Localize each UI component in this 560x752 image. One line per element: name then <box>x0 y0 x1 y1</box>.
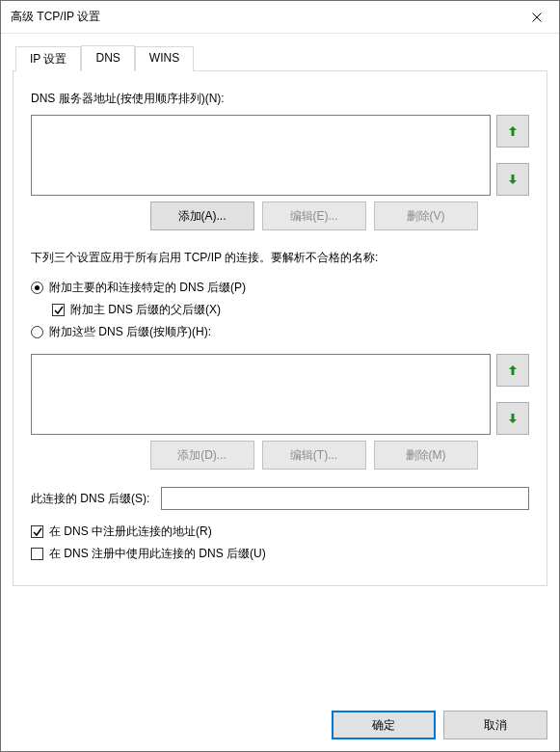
window-title: 高级 TCP/IP 设置 <box>11 9 100 25</box>
arrow-down-icon <box>508 174 518 185</box>
radio-append-these[interactable] <box>31 326 43 338</box>
tab-panel-dns: DNS 服务器地址(按使用顺序排列)(N): <box>13 70 547 586</box>
check-register-label: 在 DNS 中注册此连接的地址(R) <box>49 524 212 540</box>
titlebar: 高级 TCP/IP 设置 <box>1 1 559 34</box>
close-button[interactable] <box>515 1 559 33</box>
arrow-down-icon <box>508 413 518 424</box>
radio-append-these-label: 附加这些 DNS 后缀(按顺序)(H): <box>49 324 211 340</box>
dns-suffix-description: 下列三个设置应用于所有启用 TCP/IP 的连接。要解析不合格的名称: <box>31 250 529 266</box>
checkmark-icon <box>33 527 42 537</box>
conn-suffix-label: 此连接的 DNS 后缀(S): <box>31 491 149 507</box>
radio-append-primary-row[interactable]: 附加主要的和连接特定的 DNS 后缀(P) <box>31 280 529 296</box>
dns-suffix-add-button[interactable]: 添加(D)... <box>150 441 254 470</box>
check-register-row[interactable]: 在 DNS 中注册此连接的地址(R) <box>31 524 529 540</box>
tab-ip-settings[interactable]: IP 设置 <box>15 46 81 71</box>
dns-servers-edit-button[interactable]: 编辑(E)... <box>262 201 366 230</box>
dns-servers-listbox[interactable] <box>31 115 491 196</box>
tabs: IP 设置 DNS WINS DNS 服务器地址(按使用顺序排列)(N): <box>13 45 547 586</box>
dns-servers-add-button[interactable]: 添加(A)... <box>150 201 254 230</box>
radio-append-primary[interactable] <box>31 282 43 294</box>
dialog-footer: 确定 取消 <box>1 701 559 751</box>
checkmark-icon <box>54 306 64 315</box>
arrow-up-icon <box>508 125 518 137</box>
check-use-suffix[interactable] <box>31 548 43 560</box>
cancel-button[interactable]: 取消 <box>443 711 547 739</box>
dialog-body: IP 设置 DNS WINS DNS 服务器地址(按使用顺序排列)(N): <box>1 34 559 701</box>
check-append-parent-label: 附加主 DNS 后缀的父后缀(X) <box>70 302 221 318</box>
dns-servers-move-up-button[interactable] <box>496 115 529 148</box>
radio-append-these-row[interactable]: 附加这些 DNS 后缀(按顺序)(H): <box>31 324 529 340</box>
arrow-up-icon <box>508 364 518 376</box>
check-register[interactable] <box>31 525 43 538</box>
tab-wins[interactable]: WINS <box>135 46 194 71</box>
dns-servers-move-down-button[interactable] <box>496 163 529 196</box>
dns-servers-label: DNS 服务器地址(按使用顺序排列)(N): <box>31 91 529 107</box>
tab-dns[interactable]: DNS <box>81 45 134 71</box>
dns-servers-remove-button[interactable]: 删除(V) <box>374 201 478 230</box>
dns-suffix-remove-button[interactable]: 删除(M) <box>374 441 478 470</box>
dns-suffix-edit-button[interactable]: 编辑(T)... <box>262 441 366 470</box>
dns-suffix-listbox[interactable] <box>31 354 491 435</box>
check-append-parent-row[interactable]: 附加主 DNS 后缀的父后缀(X) <box>52 302 529 318</box>
dns-suffix-move-up-button[interactable] <box>496 354 529 387</box>
ok-button[interactable]: 确定 <box>332 711 436 739</box>
advanced-tcpip-dialog: 高级 TCP/IP 设置 IP 设置 DNS WINS DNS 服务器地址(按使… <box>0 0 560 752</box>
check-use-suffix-row[interactable]: 在 DNS 注册中使用此连接的 DNS 后缀(U) <box>31 546 529 562</box>
close-icon <box>532 13 542 22</box>
check-use-suffix-label: 在 DNS 注册中使用此连接的 DNS 后缀(U) <box>49 546 266 562</box>
dns-suffix-move-down-button[interactable] <box>496 402 529 435</box>
check-append-parent[interactable] <box>52 304 65 316</box>
radio-append-primary-label: 附加主要的和连接特定的 DNS 后缀(P) <box>49 280 246 296</box>
conn-suffix-input[interactable] <box>161 487 529 510</box>
